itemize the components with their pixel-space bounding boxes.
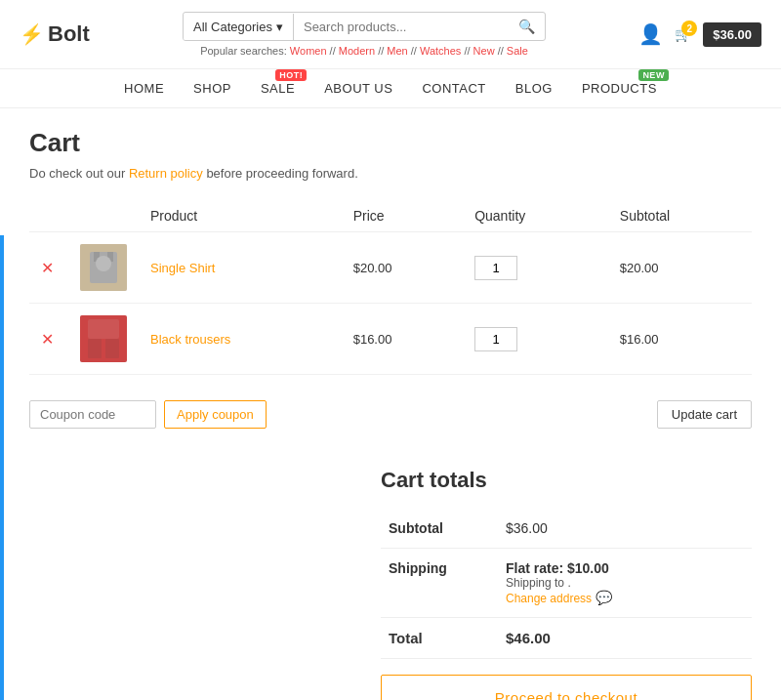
- products-badge: NEW: [638, 69, 669, 81]
- product-price-1: $20.00: [342, 232, 463, 304]
- nav-about[interactable]: ABOUT US: [324, 81, 392, 96]
- nav-home[interactable]: HOME: [124, 81, 164, 96]
- search-button[interactable]: 🔍: [509, 13, 545, 40]
- shipping-row: Shipping Flat rate: $10.00 Shipping to .…: [381, 549, 752, 618]
- nav-shop[interactable]: SHOP: [193, 81, 231, 96]
- total-label: Total: [381, 618, 498, 659]
- shirt-image-svg: [80, 244, 127, 291]
- sale-badge: HOT!: [275, 69, 307, 81]
- popular-men[interactable]: Men: [387, 45, 407, 57]
- coupon-input[interactable]: [29, 400, 156, 429]
- change-address-link[interactable]: Change address: [506, 592, 592, 605]
- return-policy-text: Do check out our Return policy before pr…: [29, 166, 752, 181]
- flat-rate: Flat rate: $10.00: [506, 560, 744, 576]
- logo: ⚡ Bolt: [20, 21, 90, 47]
- cart-totals-title: Cart totals: [381, 468, 752, 493]
- product-name-2[interactable]: Black trousers: [150, 332, 230, 347]
- popular-searches: Popular searches: Women // Modern // Men…: [200, 45, 528, 57]
- update-cart-button[interactable]: Update cart: [657, 400, 752, 429]
- total-value: $46.00: [498, 618, 752, 659]
- popular-modern[interactable]: Modern: [339, 45, 375, 57]
- nav-products[interactable]: PRODUCTS NEW: [582, 81, 657, 96]
- col-product: Product: [139, 200, 342, 232]
- product-image-1: [80, 244, 127, 291]
- shipping-details: Flat rate: $10.00 Shipping to . Change a…: [498, 549, 752, 618]
- coupon-left: Apply coupon: [29, 400, 267, 429]
- cart-total-button[interactable]: $36.00: [703, 22, 761, 47]
- subtotal-value: $36.00: [498, 509, 752, 549]
- checkout-button[interactable]: Proceed to checkout: [381, 675, 752, 700]
- search-input[interactable]: [294, 14, 509, 40]
- main-content: Cart Do check out our Return policy befo…: [0, 108, 781, 700]
- totals-table: Subtotal $36.00 Shipping Flat rate: $10.…: [381, 509, 752, 659]
- user-icon[interactable]: 👤: [638, 22, 663, 46]
- trousers-image-svg: [80, 315, 127, 362]
- product-price-2: $16.00: [342, 304, 463, 375]
- quantity-input-2[interactable]: [474, 327, 517, 351]
- category-dropdown[interactable]: All Categories ▾: [184, 14, 294, 40]
- chevron-down-icon: ▾: [276, 20, 283, 34]
- col-price: Price: [342, 200, 463, 232]
- cart-count-badge: 2: [681, 21, 697, 36]
- cart-table: Product Price Quantity Subtotal ✕: [29, 200, 752, 375]
- return-policy-link[interactable]: Return policy: [129, 166, 203, 181]
- header: ⚡ Bolt All Categories ▾ 🔍 Popular search…: [0, 0, 781, 69]
- cart-totals-box: Cart totals Subtotal $36.00 Shipping Fla…: [381, 468, 752, 700]
- popular-women[interactable]: Women: [290, 45, 327, 57]
- svg-point-4: [96, 256, 111, 271]
- table-row: ✕ S: [29, 232, 752, 304]
- bolt-icon: ⚡: [20, 22, 44, 46]
- search-area: All Categories ▾ 🔍 Popular searches: Wom…: [183, 12, 546, 57]
- remove-item-1[interactable]: ✕: [41, 260, 54, 276]
- shipping-label: Shipping: [381, 549, 498, 618]
- chat-icon: 💬: [596, 590, 612, 605]
- search-bar: All Categories ▾ 🔍: [183, 12, 546, 41]
- apply-coupon-button[interactable]: Apply coupon: [164, 400, 267, 429]
- header-right: 👤 🛒 2 $36.00: [638, 22, 761, 47]
- nav: HOME SHOP SALE HOT! ABOUT US CONTACT BLO…: [0, 69, 781, 108]
- nav-contact[interactable]: CONTACT: [422, 81, 485, 96]
- category-label: All Categories: [193, 20, 272, 34]
- quantity-input-1[interactable]: [474, 256, 517, 280]
- popular-new[interactable]: New: [473, 45, 495, 57]
- svg-rect-7: [88, 339, 102, 358]
- cart-title: Cart: [29, 128, 752, 158]
- col-image: [68, 200, 139, 232]
- table-row: ✕ Black trousers: [29, 304, 752, 375]
- svg-rect-6: [88, 319, 119, 339]
- nav-sale[interactable]: SALE HOT!: [261, 81, 295, 96]
- svg-rect-8: [105, 339, 119, 358]
- col-quantity: Quantity: [463, 200, 608, 232]
- cart-totals-section: Cart totals Subtotal $36.00 Shipping Fla…: [29, 468, 752, 700]
- subtotal-label: Subtotal: [381, 509, 498, 549]
- change-address-row: Change address 💬: [506, 590, 744, 605]
- col-subtotal: Subtotal: [608, 200, 752, 232]
- col-remove: [29, 200, 68, 232]
- product-subtotal-2: $16.00: [608, 304, 752, 375]
- shipping-to: Shipping to .: [506, 576, 744, 590]
- product-subtotal-1: $20.00: [608, 232, 752, 304]
- popular-label: Popular searches:: [200, 45, 287, 57]
- product-image-2: [80, 315, 127, 362]
- nav-blog[interactable]: BLOG: [515, 81, 553, 96]
- total-row: Total $46.00: [381, 618, 752, 659]
- cart-icon-wrapper[interactable]: 🛒 2: [675, 26, 691, 42]
- remove-item-2[interactable]: ✕: [41, 331, 54, 348]
- logo-text: Bolt: [48, 21, 90, 47]
- popular-watches[interactable]: Watches: [420, 45, 461, 57]
- popular-sale[interactable]: Sale: [507, 45, 528, 57]
- coupon-row: Apply coupon Update cart: [29, 391, 752, 438]
- page-wrapper: Cart Do check out our Return policy befo…: [0, 108, 781, 700]
- product-name-1[interactable]: Single Shirt: [150, 261, 215, 275]
- subtotal-row: Subtotal $36.00: [381, 509, 752, 549]
